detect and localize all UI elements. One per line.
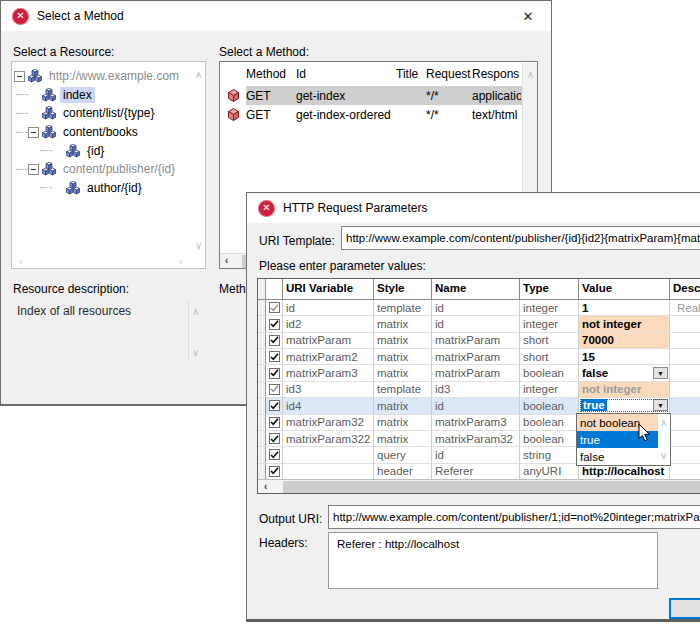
param-cell-name[interactable]: matrixParam [432, 333, 520, 349]
param-cell-style[interactable]: matrix [374, 398, 432, 414]
param-enabled-checkbox[interactable] [269, 384, 280, 395]
dropdown-button chevron-down-icon[interactable] [653, 399, 668, 411]
param-cell-style[interactable]: template [374, 300, 432, 316]
param-enabled-checkbox[interactable] [269, 335, 280, 346]
param-cell-style[interactable]: query [374, 447, 432, 463]
param-cell-description[interactable] [670, 382, 700, 398]
select-method-titlebar[interactable]: Select a Method [1, 1, 551, 31]
param-cell-type[interactable]: boolean [520, 415, 579, 431]
param-enabled-checkbox[interactable] [269, 400, 280, 411]
row-selector[interactable] [258, 382, 266, 398]
param-cell-description[interactable]: Really [670, 300, 700, 316]
param-cell-description[interactable] [670, 316, 700, 332]
row-selector[interactable] [258, 349, 266, 365]
param-cell-variable[interactable]: id4 [283, 398, 374, 414]
tree-item-id[interactable]: {id} [12, 141, 205, 160]
param-cell-type[interactable]: boolean [520, 431, 579, 447]
param-cell-type[interactable]: anyURI [520, 464, 579, 480]
method-scroll-up-icon[interactable]: ∧ [527, 70, 534, 80]
row-selector[interactable] [258, 464, 266, 480]
param-enabled-checkbox[interactable] [269, 417, 280, 428]
collapse-icon[interactable] [14, 71, 25, 82]
param-cell-variable[interactable]: id3 [283, 382, 374, 398]
param-cell-name[interactable]: matrixParam [432, 349, 520, 365]
param-cell-style[interactable]: header [374, 464, 432, 480]
param-cell-type[interactable]: integer [520, 382, 579, 398]
param-cell-style[interactable]: matrix [374, 349, 432, 365]
param-cell-description[interactable] [670, 464, 700, 480]
close-icon[interactable] [519, 7, 537, 25]
param-enabled-checkbox[interactable] [269, 449, 280, 460]
tree-item-content-books[interactable]: content/books [12, 123, 205, 142]
param-cell-value[interactable]: 70000 [579, 333, 670, 349]
param-enabled-checkbox[interactable] [269, 466, 280, 477]
param-cell-description[interactable] [670, 415, 700, 431]
tree-item-index[interactable]: index [12, 86, 205, 105]
row-selector[interactable] [258, 447, 266, 463]
method-row-get-index-ordered[interactable]: GETget-index-ordered*/*text/html [220, 105, 537, 124]
param-cell-description[interactable] [670, 431, 700, 447]
param-cell-name[interactable]: matrixParam3 [432, 415, 520, 431]
param-enabled-checkbox[interactable] [269, 433, 280, 444]
collapse-icon[interactable] [28, 164, 39, 175]
ok-button[interactable] [669, 598, 700, 619]
param-enabled-checkbox[interactable] [269, 351, 280, 362]
param-cell-variable[interactable] [283, 447, 374, 463]
param-cell-type[interactable]: integer [520, 300, 579, 316]
row-selector[interactable] [258, 316, 266, 332]
param-enabled-checkbox[interactable] [269, 368, 280, 379]
param-cell-name[interactable]: id [432, 447, 520, 463]
value-editor[interactable]: true [579, 398, 669, 412]
param-cell-variable[interactable]: matrixParam2 [283, 349, 374, 365]
uri-template-field[interactable]: http://www.example.com/content/publisher… [341, 226, 700, 250]
param-cell-name[interactable]: id3 [432, 382, 520, 398]
param-cell-value[interactable]: not integer [579, 382, 670, 398]
param-cell-variable[interactable] [283, 464, 374, 480]
tree-scroll-left-icon[interactable]: ‹ [19, 257, 22, 267]
collapse-icon[interactable] [28, 127, 39, 138]
param-cell-description[interactable] [670, 349, 700, 365]
tree-item-content-list-type[interactable]: content/list/{type} [12, 104, 205, 123]
http-params-titlebar[interactable]: HTTP Request Parameters [247, 193, 700, 223]
param-hscroll-thumb[interactable] [283, 481, 700, 493]
desc-scroll-down-icon[interactable]: ∨ [192, 348, 199, 358]
param-cell-type[interactable]: string [520, 447, 579, 463]
param-cell-style[interactable]: matrix [374, 431, 432, 447]
param-cell-style[interactable]: matrix [374, 316, 432, 332]
param-cell-variable[interactable]: matrixParam32 [283, 415, 374, 431]
tree-scroll-right-icon[interactable]: › [179, 257, 182, 267]
param-cell-description[interactable] [670, 398, 700, 414]
dropdown-item-true[interactable]: true [577, 431, 670, 448]
param-cell-style[interactable]: matrix [374, 333, 432, 349]
param-cell-name[interactable]: Referer [432, 464, 520, 480]
tree-item-content-publisher-id[interactable]: content/publisher/{id} [12, 160, 205, 179]
dropdown-scroll-up-icon[interactable]: ∧ [660, 418, 667, 428]
param-enabled-checkbox[interactable] [269, 302, 280, 313]
param-cell-variable[interactable]: id2 [283, 316, 374, 332]
param-scroll-left-icon[interactable]: ‹ [264, 482, 267, 492]
param-cell-variable[interactable]: matrixParam3 [283, 365, 374, 381]
param-cell-value[interactable]: false [579, 365, 670, 381]
param-cell-style[interactable]: template [374, 382, 432, 398]
row-selector[interactable] [258, 300, 266, 316]
param-cell-type[interactable]: boolean [520, 365, 579, 381]
dropdown-item-false[interactable]: false [577, 448, 670, 465]
param-cell-style[interactable]: matrix [374, 365, 432, 381]
param-cell-value[interactable]: http://localhost [579, 464, 670, 480]
param-cell-variable[interactable]: matrixParam322 [283, 431, 374, 447]
param-table-hscrollbar[interactable]: ‹ [258, 479, 700, 493]
param-enabled-checkbox[interactable] [269, 319, 280, 330]
param-cell-name[interactable]: matrixParam32 [432, 431, 520, 447]
param-cell-type[interactable]: short [520, 333, 579, 349]
tree-scroll-down-icon[interactable]: ∨ [195, 241, 202, 251]
param-cell-description[interactable] [670, 365, 700, 381]
param-cell-value[interactable]: not integer [579, 316, 670, 332]
param-cell-name[interactable]: id [432, 398, 520, 414]
param-cell-value[interactable]: 15 [579, 349, 670, 365]
tree-item-author-id[interactable]: author/{id} [12, 179, 205, 198]
param-cell-name[interactable]: id [432, 316, 520, 332]
param-cell-description[interactable] [670, 333, 700, 349]
param-cell-type[interactable]: boolean [520, 398, 579, 414]
output-uri-field[interactable]: http://www.example.com/content/publisher… [328, 505, 700, 529]
tree-scroll-up-icon[interactable]: ∧ [195, 70, 202, 80]
